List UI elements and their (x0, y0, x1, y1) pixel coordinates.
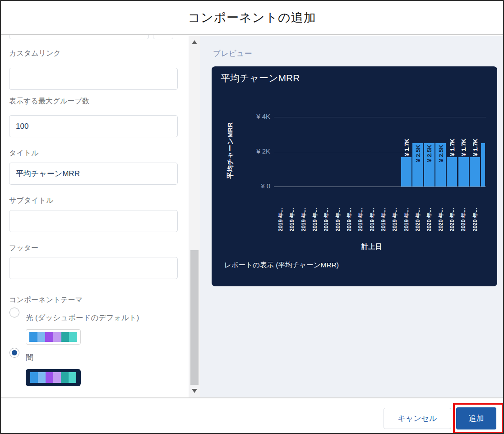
bar (470, 157, 480, 187)
max-groups-label: 表示する最大グループ数 (9, 97, 89, 106)
cancel-button[interactable]: キャンセル (384, 408, 451, 429)
palette-color (69, 372, 76, 383)
scroll-up-icon[interactable] (192, 40, 197, 44)
subtitle-label: サブタイトル (9, 196, 53, 205)
title-label: タイトル (9, 149, 39, 158)
footer-input[interactable] (9, 257, 178, 279)
scrollbar-thumb[interactable] (190, 250, 199, 385)
modal-footer: キャンセル 追加 (1, 397, 503, 434)
footer-label: フッター (9, 243, 38, 253)
view-report-link: レポートの表示 (平均チャーンMRR) (224, 261, 339, 270)
palette-color (37, 332, 46, 342)
bar (401, 157, 412, 187)
title-input[interactable] (9, 163, 178, 185)
theme-light-radio-label: 光 (ダッシュボードのデフォルト) (26, 313, 139, 323)
x-tick-label: 2020 年... (471, 190, 479, 232)
x-tick-label: 2019 年... (368, 190, 376, 232)
palette-color (53, 332, 61, 342)
theme-light-radio[interactable] (9, 308, 19, 317)
x-tick-label: 2019 年... (277, 190, 285, 232)
x-tick-label: 2019 年... (357, 190, 365, 232)
x-tick-label: 2019 年... (391, 190, 399, 232)
palette-color (69, 332, 77, 342)
bar-value-label: ¥ 1.7K (403, 127, 410, 156)
form-scrollbar[interactable] (189, 36, 200, 397)
modal-header: コンポーネントの追加 (1, 1, 503, 35)
x-tick-label: 2019 年... (311, 190, 319, 232)
bar-value-label: ¥ 1.7K (472, 127, 478, 156)
bar (458, 157, 469, 187)
x-tick-label: 2019 年... (345, 190, 353, 232)
bar-value-label: ¥ 1.7K (460, 127, 467, 156)
x-tick-label: 2020 年... (414, 190, 421, 232)
palette-color (30, 372, 38, 383)
x-tick-label: 2020 年... (460, 190, 467, 232)
light-theme-palette (26, 329, 81, 345)
x-tick-label: 2019 年... (300, 190, 307, 232)
component-properties-panel: カスタムリンク 表示する最大グループ数 タイトル サブタイトル フッター コンポ… (1, 1, 200, 397)
max-groups-input[interactable] (9, 115, 178, 137)
bar-value-label: ¥ 2.5K (437, 145, 444, 174)
custom-link-input[interactable] (9, 68, 178, 90)
theme-dark-radio-label: 闇 (26, 353, 33, 363)
custom-link-label: カスタムリンク (9, 49, 61, 58)
scroll-down-icon[interactable] (192, 389, 197, 393)
x-tick-label: 2019 年... (379, 190, 387, 232)
palette-color (46, 372, 53, 383)
add-button[interactable]: 追加 (456, 407, 496, 429)
x-tick-label: 2019 年... (288, 190, 296, 232)
x-tick-label: 2019 年... (323, 190, 330, 232)
x-tick-label: 2020 年... (425, 190, 433, 232)
x-tick-label: 2020 年... (448, 190, 456, 232)
bar (447, 157, 457, 187)
bar-value-label: ¥ 1.7K (449, 127, 455, 156)
x-axis-title: 計上日 (327, 243, 417, 251)
bar (481, 143, 485, 187)
x-tick-label: 2019 年... (334, 190, 342, 232)
component-theme-label: コンポーネントテーマ (9, 295, 83, 305)
palette-color (53, 372, 61, 383)
add-component-modal: カスタムリンク 表示する最大グループ数 タイトル サブタイトル フッター コンポ… (0, 0, 504, 434)
palette-color (45, 332, 53, 342)
palette-color (61, 372, 69, 383)
preview-label: プレビュー (213, 48, 252, 59)
chart-preview-card: 平均チャーンMRR レポートの表示 (平均チャーンMRR) ¥ 4K¥ 2K¥ … (212, 66, 497, 286)
subtitle-input[interactable] (9, 210, 178, 232)
palette-color (38, 372, 46, 383)
bar-value-label: ¥ 2.5K (426, 145, 433, 174)
dark-theme-palette (26, 369, 81, 386)
x-tick-label: 2019 年... (402, 190, 410, 232)
modal-title: コンポーネントの追加 (188, 9, 316, 26)
palette-color (61, 332, 69, 342)
x-tick-label: 2020 年... (437, 190, 444, 232)
theme-dark-radio[interactable] (9, 348, 19, 358)
bar-value-label: ¥ 2.5K (414, 145, 421, 174)
preview-panel: プレビュー 平均チャーンMRR レポートの表示 (平均チャーンMRR) ¥ 4K… (200, 36, 504, 397)
palette-color (29, 332, 37, 342)
